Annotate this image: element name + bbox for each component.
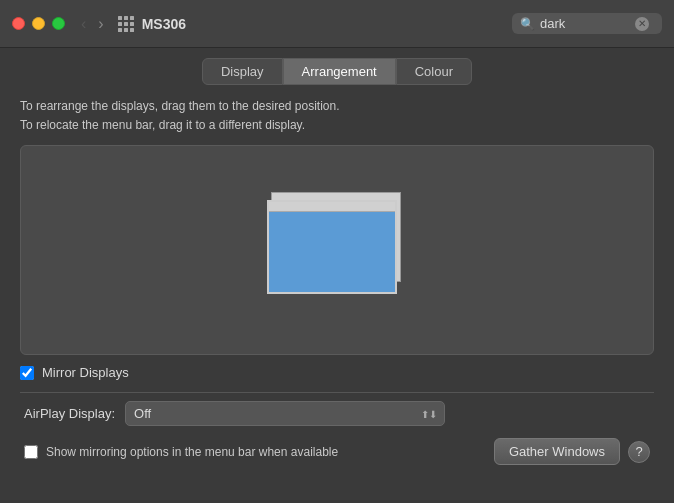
- show-mirroring-checkbox[interactable]: [24, 445, 38, 459]
- help-button[interactable]: ?: [628, 441, 650, 463]
- show-options-row: Show mirroring options in the menu bar w…: [24, 445, 338, 459]
- search-input[interactable]: [540, 16, 630, 31]
- grid-icon: [118, 16, 134, 32]
- mirror-row: Mirror Displays: [20, 365, 654, 380]
- title-bar: ‹ › MS306 🔍 ✕: [0, 0, 674, 48]
- airplay-select[interactable]: Off On: [125, 401, 445, 426]
- divider: [20, 392, 654, 393]
- airplay-label: AirPlay Display:: [24, 406, 115, 421]
- mirror-displays-label: Mirror Displays: [42, 365, 129, 380]
- tabs: Display Arrangement Colour: [20, 58, 654, 85]
- forward-button[interactable]: ›: [94, 13, 107, 35]
- window-title: MS306: [142, 16, 512, 32]
- mirror-displays-checkbox[interactable]: [20, 366, 34, 380]
- show-mirroring-label: Show mirroring options in the menu bar w…: [46, 445, 338, 459]
- display-area: [20, 145, 654, 355]
- airplay-select-wrap: Off On ⬆⬇: [125, 401, 445, 426]
- monitor-top-bar: [269, 202, 395, 212]
- close-button[interactable]: [12, 17, 25, 30]
- monitor-container: [267, 200, 407, 300]
- right-buttons: Gather Windows ?: [494, 438, 650, 465]
- nav-arrows: ‹ ›: [77, 13, 108, 35]
- bottom-row: Show mirroring options in the menu bar w…: [20, 438, 654, 465]
- tab-arrangement[interactable]: Arrangement: [283, 58, 396, 85]
- description: To rearrange the displays, drag them to …: [20, 97, 654, 135]
- maximize-button[interactable]: [52, 17, 65, 30]
- monitor-screen: [269, 212, 395, 292]
- search-clear-button[interactable]: ✕: [635, 17, 649, 31]
- description-line1: To rearrange the displays, drag them to …: [20, 97, 654, 116]
- traffic-lights: [12, 17, 65, 30]
- main-content: Display Arrangement Colour To rearrange …: [0, 48, 674, 475]
- tab-display[interactable]: Display: [202, 58, 283, 85]
- tab-colour[interactable]: Colour: [396, 58, 472, 85]
- back-button[interactable]: ‹: [77, 13, 90, 35]
- airplay-row: AirPlay Display: Off On ⬆⬇: [20, 401, 654, 426]
- gather-windows-button[interactable]: Gather Windows: [494, 438, 620, 465]
- search-bar: 🔍 ✕: [512, 13, 662, 34]
- description-line2: To relocate the menu bar, drag it to a d…: [20, 116, 654, 135]
- minimize-button[interactable]: [32, 17, 45, 30]
- search-icon: 🔍: [520, 17, 535, 31]
